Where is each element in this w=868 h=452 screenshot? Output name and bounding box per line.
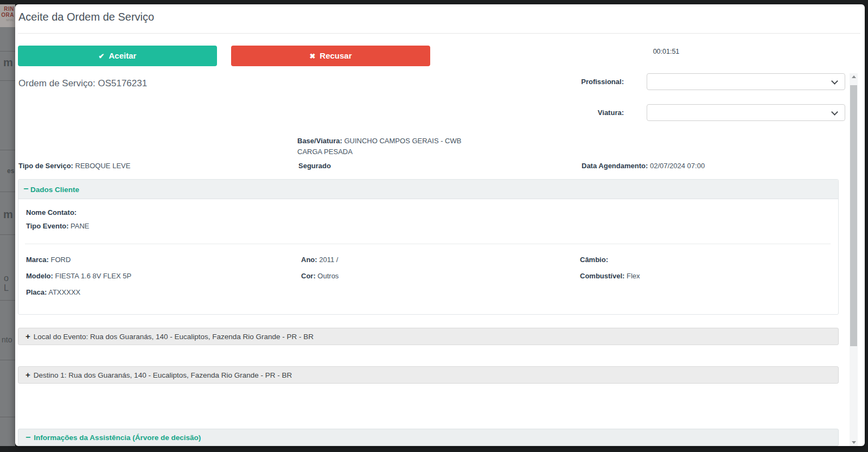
informacoes-assistencia-label: Informações da Assistência (Árvore de de… (34, 434, 201, 442)
viatura-select[interactable] (647, 104, 845, 121)
page: RIN ORA NFIAL m es m o L nto Aceite da O… (0, 0, 868, 452)
service-order-accept-modal: Aceite da Ordem de Serviço ✔Aceitar ✖Rec… (15, 4, 865, 446)
data-agendamento-label: Data Agendamento: (582, 162, 648, 170)
collapse-minus-icon: − (23, 184, 28, 194)
marca-field: Marca: FORD (26, 256, 71, 264)
check-icon: ✔ (99, 52, 105, 60)
background-sidebar: RIN ORA NFIAL m es m o L nto (0, 4, 15, 446)
expand-plus-icon: + (25, 332, 30, 341)
local-do-evento-section-header[interactable]: +Local do Evento: Rua dos Guaranás, 140 … (18, 328, 839, 345)
profissional-label: Profissional: (503, 73, 624, 90)
combustivel-value: Flex (627, 272, 640, 280)
segurado-label: Segurado (298, 162, 331, 170)
countdown-timer: 00:01:51 (628, 48, 704, 55)
background-text-fragment: m (3, 56, 13, 69)
accept-button[interactable]: ✔Aceitar (18, 46, 217, 66)
informacoes-assistencia-section-header[interactable]: −Informações da Assistência (Árvore de d… (18, 429, 839, 446)
modal-title: Aceite da Ordem de Serviço (18, 11, 154, 23)
dados-cliente-panel: − Dados Cliente Nome Contato: Tipo Event… (18, 179, 839, 315)
ano-field: Ano: 2011 / (301, 256, 338, 264)
destino-1-label: Destino 1: Rua dos Guaranás, 140 - Eucal… (34, 371, 292, 379)
scroll-up-button[interactable] (850, 73, 858, 81)
combustivel-label: Combustível: (580, 272, 624, 280)
data-agendamento-value: 02/07/2024 07:00 (650, 162, 705, 170)
cambio-label: Câmbio: (580, 256, 608, 264)
refuse-button[interactable]: ✖Recusar (231, 46, 430, 66)
sidebar-divider (0, 192, 15, 192)
tipo-servico-value: REBOQUE LEVE (75, 162, 131, 170)
panel-divider (25, 244, 831, 244)
scrollbar-thumb[interactable] (850, 85, 857, 346)
cambio-field: Câmbio: (580, 256, 608, 264)
ano-value: 2011 / (319, 256, 338, 264)
tipo-servico-field: Tipo de Serviço: REBOQUE LEVE (18, 162, 130, 170)
scroll-down-button[interactable] (850, 438, 858, 446)
tipo-evento-value: PANE (71, 222, 89, 230)
logo-text-fragment: RIN (0, 6, 15, 12)
dados-cliente-panel-header[interactable]: − Dados Cliente (18, 180, 838, 199)
nome-contato-field: Nome Contato: (26, 208, 76, 217)
arrow-down-icon (852, 441, 856, 444)
base-viatura-label: Base/Viatura: (297, 137, 342, 145)
order-number: Ordem de Serviço: OS5176231 (18, 78, 147, 89)
data-agendamento-field: Data Agendamento: 02/07/2024 07:00 (582, 162, 705, 170)
ano-label: Ano: (301, 256, 317, 264)
tipo-evento-label: Tipo Evento: (26, 222, 68, 230)
modelo-value: FIESTA 1.6 8V FLEX 5P (55, 272, 131, 280)
marca-value: FORD (51, 256, 71, 264)
sidebar-divider (0, 234, 15, 235)
logo-text-fragment: NFIAL (0, 18, 15, 22)
chevron-down-icon (831, 78, 838, 85)
segurado-field: Segurado (298, 162, 331, 170)
chevron-down-icon (831, 109, 838, 116)
placa-label: Placa: (26, 288, 47, 296)
placa-value: ATXXXXX (48, 288, 80, 296)
nome-contato-label: Nome Contato: (26, 208, 76, 217)
modelo-field: Modelo: FIESTA 1.6 8V FLEX 5P (26, 272, 131, 280)
tipo-evento-field: Tipo Evento: PANE (26, 222, 90, 230)
background-text-fragment: o L (4, 273, 15, 293)
cor-label: Cor: (301, 272, 316, 280)
collapse-minus-icon: − (25, 432, 30, 442)
x-icon: ✖ (309, 52, 315, 60)
expand-plus-icon: + (25, 370, 30, 379)
sidebar-divider (0, 360, 15, 360)
cor-value: Outros (317, 272, 339, 280)
viatura-label: Viatura: (503, 104, 624, 121)
sidebar-divider (0, 80, 15, 81)
profissional-select[interactable] (647, 73, 845, 90)
local-do-evento-label: Local do Evento: Rua dos Guaranás, 140 -… (34, 333, 314, 341)
destino-1-section-header[interactable]: +Destino 1: Rua dos Guaranás, 140 - Euca… (18, 366, 839, 384)
sidebar-divider (0, 300, 15, 301)
base-viatura-field: Base/Viatura: GUINCHO CAMPOS GERAIS - CW… (297, 136, 484, 157)
modelo-label: Modelo: (26, 272, 53, 280)
scrollbar[interactable] (850, 73, 858, 446)
app-logo: RIN ORA NFIAL (0, 4, 15, 27)
refuse-button-label: Recusar (320, 51, 352, 60)
tipo-servico-label: Tipo de Serviço: (18, 162, 73, 170)
dados-cliente-panel-title: Dados Cliente (30, 186, 79, 194)
header-divider (18, 33, 860, 34)
logo-text-fragment: ORA (0, 12, 15, 18)
sidebar-divider (0, 51, 15, 52)
background-text-fragment: es (7, 167, 14, 175)
accept-button-label: Aceitar (109, 51, 137, 60)
sidebar-divider (0, 417, 15, 417)
background-text-fragment: m (3, 208, 13, 221)
arrow-up-icon (852, 75, 856, 78)
placa-field: Placa: ATXXXXX (26, 288, 80, 296)
cor-field: Cor: Outros (301, 272, 339, 280)
background-text-fragment: nto (2, 335, 12, 344)
sidebar-divider (0, 150, 15, 150)
marca-label: Marca: (26, 256, 49, 264)
combustivel-field: Combustível: Flex (580, 272, 640, 280)
